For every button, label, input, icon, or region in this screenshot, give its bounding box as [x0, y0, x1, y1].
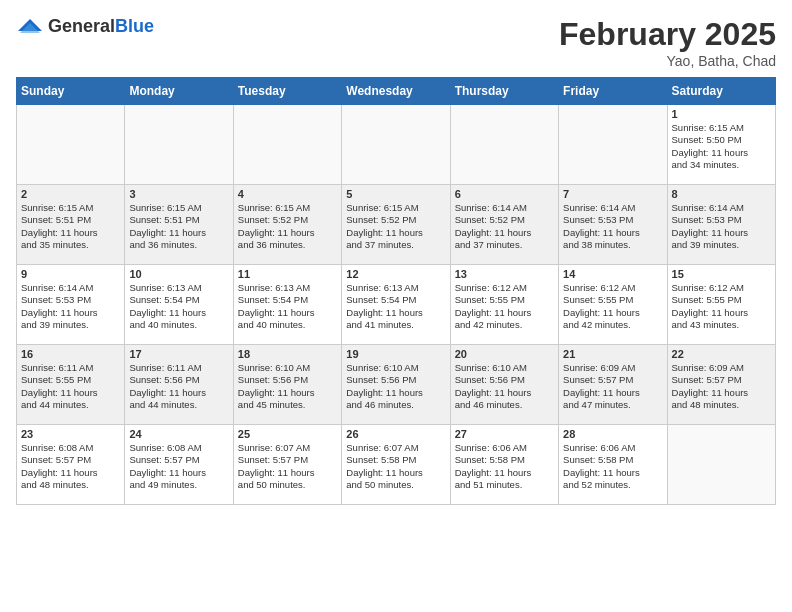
day-number: 27: [455, 428, 554, 440]
logo: GeneralBlue: [16, 16, 154, 37]
day-info: Sunrise: 6:09 AM Sunset: 5:57 PM Dayligh…: [563, 362, 662, 411]
calendar-week-row: 9Sunrise: 6:14 AM Sunset: 5:53 PM Daylig…: [17, 265, 776, 345]
table-row: [17, 105, 125, 185]
day-info: Sunrise: 6:08 AM Sunset: 5:57 PM Dayligh…: [21, 442, 120, 491]
col-tuesday: Tuesday: [233, 78, 341, 105]
day-info: Sunrise: 6:10 AM Sunset: 5:56 PM Dayligh…: [455, 362, 554, 411]
table-row: 17Sunrise: 6:11 AM Sunset: 5:56 PM Dayli…: [125, 345, 233, 425]
day-number: 6: [455, 188, 554, 200]
day-info: Sunrise: 6:10 AM Sunset: 5:56 PM Dayligh…: [346, 362, 445, 411]
day-info: Sunrise: 6:14 AM Sunset: 5:53 PM Dayligh…: [563, 202, 662, 251]
calendar-header-row: Sunday Monday Tuesday Wednesday Thursday…: [17, 78, 776, 105]
table-row: [233, 105, 341, 185]
day-number: 14: [563, 268, 662, 280]
col-saturday: Saturday: [667, 78, 775, 105]
day-info: Sunrise: 6:13 AM Sunset: 5:54 PM Dayligh…: [346, 282, 445, 331]
calendar-table: Sunday Monday Tuesday Wednesday Thursday…: [16, 77, 776, 505]
table-row: 19Sunrise: 6:10 AM Sunset: 5:56 PM Dayli…: [342, 345, 450, 425]
table-row: 21Sunrise: 6:09 AM Sunset: 5:57 PM Dayli…: [559, 345, 667, 425]
day-info: Sunrise: 6:11 AM Sunset: 5:55 PM Dayligh…: [21, 362, 120, 411]
logo-general: General: [48, 16, 115, 36]
table-row: 1Sunrise: 6:15 AM Sunset: 5:50 PM Daylig…: [667, 105, 775, 185]
day-info: Sunrise: 6:13 AM Sunset: 5:54 PM Dayligh…: [238, 282, 337, 331]
day-number: 8: [672, 188, 771, 200]
day-info: Sunrise: 6:07 AM Sunset: 5:57 PM Dayligh…: [238, 442, 337, 491]
table-row: 28Sunrise: 6:06 AM Sunset: 5:58 PM Dayli…: [559, 425, 667, 505]
day-number: 25: [238, 428, 337, 440]
table-row: 10Sunrise: 6:13 AM Sunset: 5:54 PM Dayli…: [125, 265, 233, 345]
day-number: 22: [672, 348, 771, 360]
page-header: GeneralBlue February 2025 Yao, Batha, Ch…: [16, 16, 776, 69]
day-number: 11: [238, 268, 337, 280]
col-friday: Friday: [559, 78, 667, 105]
table-row: 7Sunrise: 6:14 AM Sunset: 5:53 PM Daylig…: [559, 185, 667, 265]
day-info: Sunrise: 6:14 AM Sunset: 5:52 PM Dayligh…: [455, 202, 554, 251]
table-row: 24Sunrise: 6:08 AM Sunset: 5:57 PM Dayli…: [125, 425, 233, 505]
month-year-title: February 2025: [559, 16, 776, 53]
day-info: Sunrise: 6:15 AM Sunset: 5:52 PM Dayligh…: [238, 202, 337, 251]
table-row: 6Sunrise: 6:14 AM Sunset: 5:52 PM Daylig…: [450, 185, 558, 265]
calendar-week-row: 1Sunrise: 6:15 AM Sunset: 5:50 PM Daylig…: [17, 105, 776, 185]
day-number: 24: [129, 428, 228, 440]
day-number: 7: [563, 188, 662, 200]
day-info: Sunrise: 6:13 AM Sunset: 5:54 PM Dayligh…: [129, 282, 228, 331]
day-number: 20: [455, 348, 554, 360]
col-thursday: Thursday: [450, 78, 558, 105]
table-row: 11Sunrise: 6:13 AM Sunset: 5:54 PM Dayli…: [233, 265, 341, 345]
table-row: 25Sunrise: 6:07 AM Sunset: 5:57 PM Dayli…: [233, 425, 341, 505]
table-row: 18Sunrise: 6:10 AM Sunset: 5:56 PM Dayli…: [233, 345, 341, 425]
day-info: Sunrise: 6:06 AM Sunset: 5:58 PM Dayligh…: [455, 442, 554, 491]
day-info: Sunrise: 6:12 AM Sunset: 5:55 PM Dayligh…: [563, 282, 662, 331]
day-number: 10: [129, 268, 228, 280]
day-number: 4: [238, 188, 337, 200]
day-info: Sunrise: 6:08 AM Sunset: 5:57 PM Dayligh…: [129, 442, 228, 491]
table-row: 9Sunrise: 6:14 AM Sunset: 5:53 PM Daylig…: [17, 265, 125, 345]
table-row: 23Sunrise: 6:08 AM Sunset: 5:57 PM Dayli…: [17, 425, 125, 505]
day-info: Sunrise: 6:12 AM Sunset: 5:55 PM Dayligh…: [455, 282, 554, 331]
col-wednesday: Wednesday: [342, 78, 450, 105]
day-number: 9: [21, 268, 120, 280]
logo-text: GeneralBlue: [48, 16, 154, 37]
calendar-week-row: 23Sunrise: 6:08 AM Sunset: 5:57 PM Dayli…: [17, 425, 776, 505]
col-monday: Monday: [125, 78, 233, 105]
day-number: 5: [346, 188, 445, 200]
table-row: [667, 425, 775, 505]
table-row: 5Sunrise: 6:15 AM Sunset: 5:52 PM Daylig…: [342, 185, 450, 265]
day-info: Sunrise: 6:07 AM Sunset: 5:58 PM Dayligh…: [346, 442, 445, 491]
day-info: Sunrise: 6:15 AM Sunset: 5:51 PM Dayligh…: [21, 202, 120, 251]
day-info: Sunrise: 6:12 AM Sunset: 5:55 PM Dayligh…: [672, 282, 771, 331]
table-row: [450, 105, 558, 185]
table-row: 4Sunrise: 6:15 AM Sunset: 5:52 PM Daylig…: [233, 185, 341, 265]
day-info: Sunrise: 6:15 AM Sunset: 5:50 PM Dayligh…: [672, 122, 771, 171]
col-sunday: Sunday: [17, 78, 125, 105]
day-number: 23: [21, 428, 120, 440]
table-row: 3Sunrise: 6:15 AM Sunset: 5:51 PM Daylig…: [125, 185, 233, 265]
day-info: Sunrise: 6:15 AM Sunset: 5:51 PM Dayligh…: [129, 202, 228, 251]
calendar-week-row: 16Sunrise: 6:11 AM Sunset: 5:55 PM Dayli…: [17, 345, 776, 425]
table-row: 14Sunrise: 6:12 AM Sunset: 5:55 PM Dayli…: [559, 265, 667, 345]
day-number: 2: [21, 188, 120, 200]
day-number: 15: [672, 268, 771, 280]
day-info: Sunrise: 6:11 AM Sunset: 5:56 PM Dayligh…: [129, 362, 228, 411]
calendar-week-row: 2Sunrise: 6:15 AM Sunset: 5:51 PM Daylig…: [17, 185, 776, 265]
day-number: 18: [238, 348, 337, 360]
day-number: 28: [563, 428, 662, 440]
day-info: Sunrise: 6:14 AM Sunset: 5:53 PM Dayligh…: [672, 202, 771, 251]
table-row: [342, 105, 450, 185]
location-subtitle: Yao, Batha, Chad: [559, 53, 776, 69]
table-row: 13Sunrise: 6:12 AM Sunset: 5:55 PM Dayli…: [450, 265, 558, 345]
table-row: 20Sunrise: 6:10 AM Sunset: 5:56 PM Dayli…: [450, 345, 558, 425]
logo-icon: [16, 17, 44, 37]
table-row: 16Sunrise: 6:11 AM Sunset: 5:55 PM Dayli…: [17, 345, 125, 425]
title-block: February 2025 Yao, Batha, Chad: [559, 16, 776, 69]
table-row: 26Sunrise: 6:07 AM Sunset: 5:58 PM Dayli…: [342, 425, 450, 505]
day-number: 16: [21, 348, 120, 360]
day-number: 3: [129, 188, 228, 200]
table-row: 8Sunrise: 6:14 AM Sunset: 5:53 PM Daylig…: [667, 185, 775, 265]
day-info: Sunrise: 6:06 AM Sunset: 5:58 PM Dayligh…: [563, 442, 662, 491]
day-number: 13: [455, 268, 554, 280]
day-number: 21: [563, 348, 662, 360]
table-row: [559, 105, 667, 185]
table-row: [125, 105, 233, 185]
day-number: 19: [346, 348, 445, 360]
